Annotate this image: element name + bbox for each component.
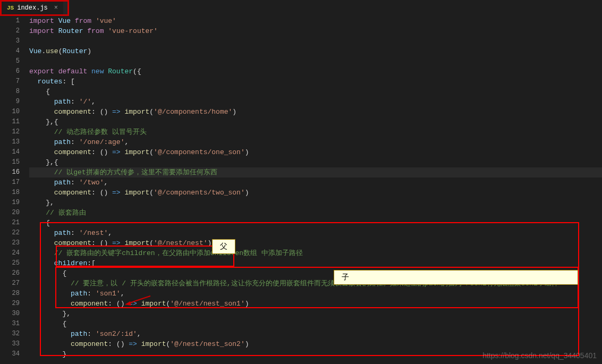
code-line <box>29 36 602 46</box>
js-file-icon: JS <box>7 5 14 11</box>
annotation-label-parent: 父 <box>212 239 235 254</box>
code-line: component: () => import('@/components/on… <box>29 147 602 157</box>
code-line: },{ <box>29 157 602 167</box>
code-area[interactable]: import Vue from 'vue' import Router from… <box>29 16 602 364</box>
code-line: },{ <box>29 117 602 127</box>
annotation-label-child: 子 <box>334 270 578 285</box>
code-line: component: () => import('@/nest/nest_son… <box>29 339 602 349</box>
tab-bar: JS index.js × <box>0 0 69 16</box>
code-editor[interactable]: 1234567891011121314151617181920212223242… <box>0 16 602 364</box>
code-line: }, <box>29 198 602 208</box>
code-line: { <box>29 218 602 228</box>
line-gutter: 1234567891011121314151617181920212223242… <box>0 16 29 364</box>
code-line: path: '/two', <box>29 177 602 188</box>
code-line: import Vue from 'vue' <box>29 16 602 26</box>
tab-filename: index.js <box>17 4 48 12</box>
code-line: path: '/one/:age', <box>29 137 602 147</box>
code-line: component: () => import('@/components/ho… <box>29 107 602 117</box>
code-line: component: () => import('@/components/tw… <box>29 188 602 198</box>
code-line: export default new Router({ <box>29 66 602 77</box>
close-icon[interactable]: × <box>54 4 58 12</box>
code-line: }, <box>29 309 602 319</box>
code-line: // 嵌套路由 <box>29 208 602 218</box>
code-line: component: () => import('@/nest/nest'), <box>29 238 602 248</box>
code-line: // 以get拼凑的方式传参，这里不需要添加任何东西 <box>29 167 602 177</box>
code-line <box>29 56 602 66</box>
file-tab[interactable]: JS index.js × <box>2 2 63 14</box>
code-line: // 动态路径参数 以冒号开头 <box>29 127 602 137</box>
code-line: // 嵌套路由的关键字children，在父路由中添加children数组 中添… <box>29 248 602 258</box>
code-line: component: () => import('@/nest/nest_son… <box>29 299 602 309</box>
code-line: { <box>29 87 602 97</box>
code-line: path: 'son1', <box>29 289 602 299</box>
code-line: import Router from 'vue-router' <box>29 26 602 36</box>
watermark-text: https://blog.csdn.net/qq_34405401 <box>482 351 597 360</box>
code-line: path: '/', <box>29 97 602 107</box>
code-line: path: 'son2/:id', <box>29 329 602 339</box>
code-line: { <box>29 319 602 329</box>
code-line: path: '/nest', <box>29 228 602 238</box>
code-line: routes: [ <box>29 77 602 87</box>
code-line: Vue.use(Router) <box>29 46 602 56</box>
code-line: children:[ <box>29 258 602 268</box>
